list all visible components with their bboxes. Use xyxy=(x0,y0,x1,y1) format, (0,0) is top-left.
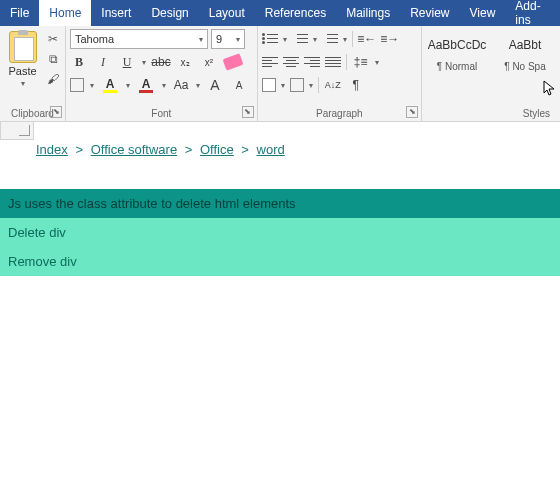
font-color-button[interactable]: A xyxy=(136,78,156,93)
breadcrumb: Index > Office software > Office > word xyxy=(0,122,560,165)
style-no-spacing[interactable]: AaBbt ¶ No Spa xyxy=(494,31,556,72)
sort-button[interactable]: A↓Z xyxy=(324,76,342,94)
group-label-paragraph: Paragraph xyxy=(262,106,417,119)
tab-review[interactable]: Review xyxy=(400,0,459,26)
group-label-font: Font xyxy=(70,106,253,119)
strikethrough-button[interactable]: abc xyxy=(152,53,170,71)
subscript-button[interactable]: x₂ xyxy=(176,53,194,71)
tab-addins[interactable]: Add-ins xyxy=(505,0,560,26)
align-left-icon[interactable] xyxy=(262,56,278,68)
tab-home[interactable]: Home xyxy=(39,0,91,26)
numbering-icon[interactable] xyxy=(292,32,308,46)
content-row-remove[interactable]: Remove div xyxy=(0,247,560,276)
group-clipboard: Paste ▾ ✂ ⧉ 🖌 Clipboard ⬊ xyxy=(0,26,66,121)
chevron-down-icon[interactable]: ▾ xyxy=(196,81,200,90)
chevron-down-icon: ▾ xyxy=(199,35,203,44)
tab-insert[interactable]: Insert xyxy=(91,0,141,26)
chevron-down-icon[interactable]: ▾ xyxy=(162,81,166,90)
multilevel-icon[interactable] xyxy=(322,32,338,46)
format-painter-icon[interactable]: 🖌 xyxy=(45,71,61,87)
breadcrumb-index[interactable]: Index xyxy=(36,142,68,157)
shading-button[interactable] xyxy=(262,78,276,92)
change-case-button[interactable]: Aa xyxy=(172,76,190,94)
chevron-down-icon: ▾ xyxy=(236,35,240,44)
chevron-down-icon[interactable]: ▾ xyxy=(313,35,317,44)
font-launcher[interactable]: ⬊ xyxy=(242,106,254,118)
group-label-styles: Styles xyxy=(426,106,556,119)
chevron-down-icon[interactable]: ▾ xyxy=(281,81,285,90)
clear-formatting-icon[interactable] xyxy=(222,53,243,70)
font-family-value: Tahoma xyxy=(75,33,114,45)
align-right-icon[interactable] xyxy=(304,56,320,68)
ribbon: Paste ▾ ✂ ⧉ 🖌 Clipboard ⬊ Tahoma ▾ 9 ▾ xyxy=(0,26,560,122)
ribbon-tabs: File Home Insert Design Layout Reference… xyxy=(0,0,560,26)
tab-file[interactable]: File xyxy=(0,0,39,26)
chevron-down-icon[interactable]: ▾ xyxy=(283,35,287,44)
chevron-down-icon[interactable]: ▾ xyxy=(126,81,130,90)
underline-button[interactable]: U xyxy=(118,53,136,71)
shrink-font-button[interactable]: A xyxy=(230,76,248,94)
bold-button[interactable]: B xyxy=(70,53,88,71)
group-paragraph: ▾ ▾ ▾ ≡← ≡→ ‡≡▾ ▾ ▾ A↓Z ¶ xyxy=(258,26,422,121)
document-area[interactable]: Index > Office software > Office > word … xyxy=(0,122,560,276)
clipboard-launcher[interactable]: ⬊ xyxy=(50,106,62,118)
decrease-indent-icon[interactable]: ≡← xyxy=(358,30,376,48)
tab-design[interactable]: Design xyxy=(141,0,198,26)
breadcrumb-office[interactable]: Office xyxy=(200,142,234,157)
text-effects-button[interactable] xyxy=(70,78,84,92)
grow-font-button[interactable]: A xyxy=(206,76,224,94)
breadcrumb-word[interactable]: word xyxy=(257,142,285,157)
chevron-down-icon[interactable]: ▾ xyxy=(90,81,94,90)
chevron-down-icon[interactable]: ▾ xyxy=(142,58,146,67)
align-center-icon[interactable] xyxy=(283,56,299,68)
line-spacing-icon[interactable]: ‡≡ xyxy=(352,53,370,71)
tab-layout[interactable]: Layout xyxy=(199,0,255,26)
cut-icon[interactable]: ✂ xyxy=(45,31,61,47)
breadcrumb-office-software[interactable]: Office software xyxy=(91,142,177,157)
font-color-bar xyxy=(139,90,153,93)
content-title-row[interactable]: Js uses the class attribute to delete ht… xyxy=(0,189,560,218)
tab-mailings[interactable]: Mailings xyxy=(336,0,400,26)
group-styles: AaBbCcDc ¶ Normal AaBbt ¶ No Spa Styles xyxy=(422,26,560,121)
bullets-icon[interactable] xyxy=(262,32,278,46)
highlight-color-bar xyxy=(103,90,117,93)
chevron-down-icon[interactable]: ▾ xyxy=(309,81,313,90)
clipboard-icon xyxy=(9,31,37,63)
chevron-down-icon[interactable]: ▾ xyxy=(375,58,379,67)
italic-button[interactable]: I xyxy=(94,53,112,71)
style-normal[interactable]: AaBbCcDc ¶ Normal xyxy=(426,31,488,72)
highlight-button[interactable]: A xyxy=(100,78,120,93)
document-content: Js uses the class attribute to delete ht… xyxy=(0,189,560,276)
chevron-down-icon: ▾ xyxy=(21,79,25,88)
font-family-combo[interactable]: Tahoma ▾ xyxy=(70,29,208,49)
paragraph-launcher[interactable]: ⬊ xyxy=(406,106,418,118)
chevron-down-icon[interactable]: ▾ xyxy=(343,35,347,44)
increase-indent-icon[interactable]: ≡→ xyxy=(381,30,399,48)
tab-view[interactable]: View xyxy=(460,0,506,26)
content-row-delete[interactable]: Delete div xyxy=(0,218,560,247)
group-font: Tahoma ▾ 9 ▾ B I U ▾ abc x₂ x² ▾ xyxy=(66,26,258,121)
superscript-button[interactable]: x² xyxy=(200,53,218,71)
paste-button[interactable]: Paste ▾ xyxy=(4,29,41,90)
copy-icon[interactable]: ⧉ xyxy=(45,51,61,67)
font-size-combo[interactable]: 9 ▾ xyxy=(211,29,245,49)
show-marks-button[interactable]: ¶ xyxy=(347,76,365,94)
paste-label: Paste xyxy=(8,65,36,77)
borders-button[interactable] xyxy=(290,78,304,92)
justify-icon[interactable] xyxy=(325,56,341,68)
ruler-corner xyxy=(0,122,34,140)
tab-references[interactable]: References xyxy=(255,0,336,26)
font-size-value: 9 xyxy=(216,33,222,45)
